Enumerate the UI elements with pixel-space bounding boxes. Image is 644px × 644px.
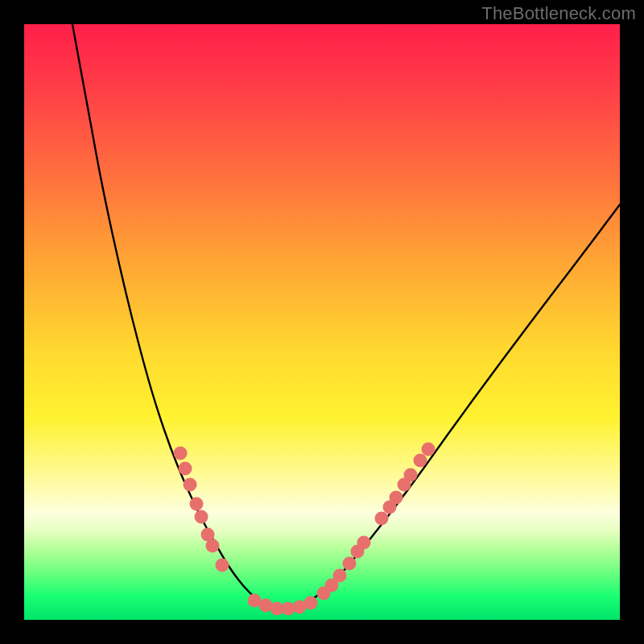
watermark-text: TheBottleneck.com: [481, 3, 636, 24]
data-dot: [404, 469, 418, 482]
data-dot: [174, 447, 188, 460]
data-dot: [422, 443, 436, 456]
data-dot: [184, 478, 197, 492]
data-dot: [216, 559, 229, 572]
outer-frame: TheBottleneck.com: [0, 0, 644, 644]
data-dot: [390, 491, 403, 505]
data-dots: [174, 443, 436, 616]
data-dot: [343, 557, 357, 571]
bottleneck-curve: [72, 24, 620, 608]
data-dot: [375, 512, 389, 526]
chart-svg: [24, 24, 620, 620]
data-dot: [179, 462, 192, 476]
data-dot: [206, 539, 220, 553]
data-dot: [304, 597, 318, 610]
data-dot: [195, 510, 208, 524]
data-dot: [414, 454, 427, 468]
data-dot: [357, 536, 371, 550]
data-dot: [190, 497, 204, 511]
data-dot: [333, 569, 347, 583]
plot-area: [24, 24, 620, 620]
